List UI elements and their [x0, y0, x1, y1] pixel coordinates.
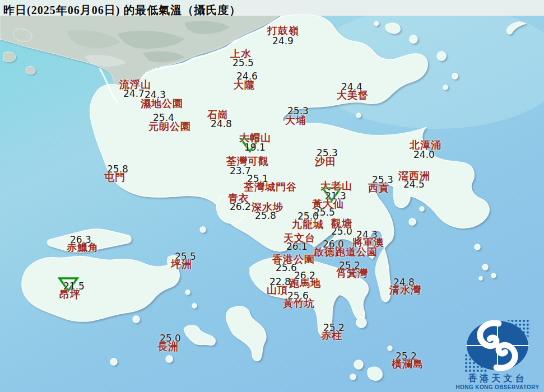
station-value: 24.9	[272, 36, 294, 46]
station-value: 24.7	[123, 89, 145, 99]
station-name: 大埔	[285, 115, 306, 125]
station-name: 大美督	[337, 90, 369, 100]
station-name: 長洲	[157, 342, 179, 352]
station-name: 西貢	[368, 183, 389, 193]
station-name: 黃大仙	[312, 199, 344, 209]
station-name: 青衣	[228, 193, 249, 203]
station-value: 24.0	[413, 150, 435, 160]
station-name: 元朗公園	[148, 122, 191, 132]
station-name: 深水埗	[252, 202, 283, 212]
station-name: 上水	[230, 49, 252, 59]
station-name: 沙田	[315, 157, 336, 167]
station-value: 25.5	[233, 58, 254, 68]
station-name: 坪洲	[171, 259, 192, 269]
station-name: 赤柱	[321, 330, 342, 340]
station-name: 流浮山	[119, 80, 151, 90]
station-name: 天文台	[283, 233, 315, 243]
station-value: 19.1	[244, 143, 266, 152]
station-name: 橫瀾島	[392, 359, 424, 369]
station-name: 荃灣城門谷	[244, 182, 297, 192]
station-name: 赤鱲角	[67, 242, 99, 253]
station-name: 跑馬地	[289, 278, 321, 288]
min-temperature-map: 昨日(2025年06月06日) 的最低氣溫（攝氏度） 24.9打鼓嶺25.5上水…	[0, 0, 544, 392]
station-name: 觀塘	[331, 218, 352, 228]
station-name: 荃灣可觀	[226, 156, 269, 166]
map-title: 昨日(2025年06月06日) 的最低氣溫（攝氏度）	[3, 3, 241, 18]
station-name: 山頂	[267, 285, 288, 295]
station-name: 昂坪	[59, 290, 81, 300]
station-name: 啟德跑道公園	[314, 247, 378, 257]
station-name: 屯門	[104, 172, 125, 183]
station-name: 黃竹坑	[283, 298, 315, 309]
station-name: 筲箕灣	[336, 268, 368, 278]
station-name: 香港公園	[272, 254, 315, 264]
station-name: 石崗	[207, 110, 229, 120]
hko-logo: 香港天文台 HONG KONG OBSERVATORY	[453, 319, 542, 391]
station-name: 大隴	[234, 80, 255, 90]
hko-emblem-icon	[464, 319, 531, 372]
hko-logo-chinese: 香港天文台	[453, 373, 542, 384]
station-name: 大帽山	[239, 133, 271, 143]
station-name: 濕地公園	[141, 99, 183, 109]
station-value: 24.8	[211, 119, 232, 129]
station-name: 北潭涌	[410, 140, 441, 150]
station-name: 清水灣	[389, 285, 421, 295]
station-name: 打鼓嶺	[267, 26, 299, 36]
station-name: 大老山	[320, 181, 352, 191]
hko-logo-english: HONG KONG OBSERVATORY	[453, 384, 542, 391]
station-name: 九龍城	[292, 220, 324, 230]
station-name: 滘西洲	[398, 171, 430, 181]
